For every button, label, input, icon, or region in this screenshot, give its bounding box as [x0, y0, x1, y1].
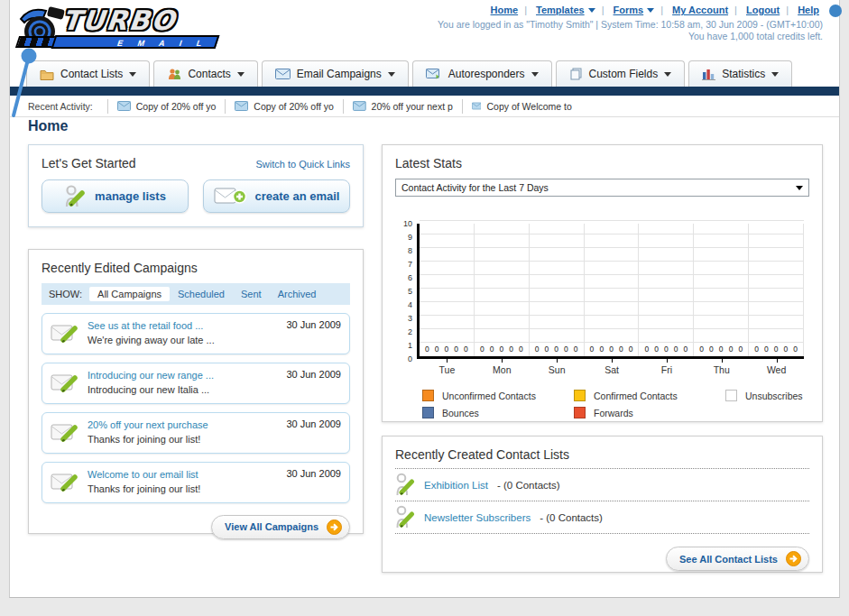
view-all-campaigns-button[interactable]: View All Campaigns: [211, 515, 350, 539]
custom-fields-icon: [569, 68, 583, 80]
campaign-row[interactable]: See us at the retail food ...We're givin…: [42, 313, 350, 354]
campaign-title-link[interactable]: Introducing our new range ...: [88, 369, 214, 383]
contact-list-item[interactable]: Newsletter Subscribers - (0 Contacts): [395, 501, 809, 534]
nav-link-forms[interactable]: Forms: [610, 5, 659, 15]
manage-lists-button[interactable]: manage lists: [42, 179, 189, 213]
nav-link-help[interactable]: Help: [794, 5, 823, 15]
switch-quick-links-link[interactable]: Switch to Quick Links: [255, 159, 350, 170]
recent-activity-item[interactable]: 20% off your next p: [343, 99, 462, 114]
data-value-label: 0: [619, 345, 623, 354]
recently-edited-campaigns-panel: Recently Edited Campaigns SHOW: All Camp…: [28, 249, 364, 534]
legend-swatch: [574, 407, 586, 418]
data-value-label: 0: [554, 345, 558, 354]
navy-divider-bar: [10, 87, 839, 96]
recent-activity-item[interactable]: Copy of 20% off yo: [225, 99, 343, 114]
x-tick-label: Sat: [585, 359, 640, 375]
stats-period-select[interactable]: Contact Activity for the Last 7 Days: [395, 179, 809, 197]
campaign-row[interactable]: Introducing our new range ...Introducing…: [42, 363, 350, 404]
nav-separator: |: [732, 5, 740, 15]
tab-label: Statistics: [722, 68, 765, 80]
data-value-label: 0: [793, 345, 798, 354]
app-window: TURBO E M A I L Home| Templates| Forms| …: [9, 0, 840, 598]
contact-list-count: - (0 Contacts): [540, 512, 603, 523]
chart-y-axis: 012345678910: [395, 224, 417, 359]
chevron-down-icon: [388, 72, 395, 77]
arrow-circle-icon: [327, 519, 342, 535]
campaign-title-link[interactable]: Welcome to our email list: [88, 468, 200, 483]
turbo-email-logo: TURBO E M A I L: [15, 3, 232, 53]
tab-label: Custom Fields: [589, 68, 659, 80]
campaign-subtitle: We're giving away our late ...: [88, 334, 215, 348]
envelope-pencil-icon: [51, 421, 79, 445]
campaign-date: 30 Jun 2009: [286, 468, 341, 479]
chart-day-group: 00000: [639, 224, 694, 356]
campaign-date: 30 Jun 2009: [286, 319, 341, 330]
envelope-pencil-icon: [51, 372, 79, 395]
data-value-label: 0: [609, 345, 614, 354]
data-value-label: 0: [684, 345, 688, 354]
statistics-icon: [702, 69, 715, 80]
contact-lists-panel-title: Recently Created Contact Lists: [395, 447, 809, 469]
data-value-label: 0: [674, 345, 678, 354]
campaign-subtitle: Thanks for joining our list!: [88, 483, 200, 497]
envelope-icon: [472, 101, 482, 111]
legend-item: Bounces: [422, 407, 574, 418]
recent-activity-item[interactable]: Copy of 20% off yo: [107, 99, 226, 114]
envelope-icon: [353, 101, 366, 111]
data-value-label: 0: [564, 345, 568, 354]
campaign-row[interactable]: Welcome to our email listThanks for join…: [42, 462, 350, 503]
campaign-title-link[interactable]: 20% off your next purchase: [88, 418, 208, 433]
person-pencil-icon: [395, 473, 415, 497]
data-value-label: 0: [699, 345, 704, 354]
chart-legend: Unconfirmed ContactsConfirmed ContactsUn…: [422, 390, 809, 418]
header: TURBO E M A I L Home| Templates| Forms| …: [10, 0, 839, 56]
tab-email-campaigns[interactable]: Email Campaigns: [262, 60, 409, 87]
campaign-row[interactable]: 20% off your next purchaseThanks for joi…: [42, 412, 350, 454]
campaign-date: 30 Jun 2009: [286, 418, 341, 429]
legend-swatch: [422, 407, 434, 418]
get-started-panel: Let's Get Started Switch to Quick Links …: [28, 144, 364, 227]
contact-list-item[interactable]: Exhibition List - (0 Contacts): [395, 469, 809, 501]
filter-scheduled[interactable]: Scheduled: [170, 287, 233, 301]
data-value-label: 0: [535, 345, 540, 354]
y-tick-label: 2: [408, 327, 412, 336]
legend-swatch: [574, 390, 586, 401]
create-email-button[interactable]: create an email: [203, 179, 350, 213]
recent-activity-bar: Recent Activity: Copy of 20% off yo Copy…: [10, 96, 839, 117]
gridline: [420, 220, 804, 221]
see-all-contact-lists-button[interactable]: See All Contact Lists: [666, 547, 809, 571]
chevron-down-icon: [647, 8, 654, 13]
recently-created-contact-lists-panel: Recently Created Contact Lists Exhibitio…: [382, 436, 823, 573]
x-tick-label: Mon: [475, 359, 530, 375]
tab-contacts[interactable]: Contacts: [153, 60, 257, 87]
filter-all-campaigns[interactable]: All Campaigns: [89, 287, 170, 301]
nav-separator: |: [658, 5, 666, 15]
legend-swatch: [422, 390, 434, 401]
logo-title: TURBO: [60, 5, 178, 36]
filter-archived[interactable]: Archived: [270, 287, 325, 301]
nav-link-home[interactable]: Home: [487, 5, 522, 15]
data-value-label: 0: [480, 345, 484, 354]
nav-link-my-account[interactable]: My Account: [669, 5, 732, 15]
chevron-down-icon: [796, 186, 803, 190]
tab-statistics[interactable]: Statistics: [688, 60, 792, 87]
filter-sent[interactable]: Sent: [233, 287, 270, 301]
latest-stats-panel: Latest Stats Contact Activity for the La…: [382, 144, 823, 422]
x-tick-label: Thu: [694, 359, 749, 375]
nav-link-logout[interactable]: Logout: [743, 5, 783, 15]
nav-separator: |: [521, 5, 530, 15]
campaign-subtitle: Introducing our new Italia ...: [88, 383, 214, 398]
tick-mark: [447, 359, 448, 363]
recent-activity-item[interactable]: Copy of Welcome to: [462, 99, 581, 114]
campaign-title-link[interactable]: See us at the retail food ...: [88, 319, 215, 334]
person-pencil-icon: [64, 185, 86, 208]
page-title: Home: [28, 118, 68, 134]
nav-link-templates[interactable]: Templates: [532, 5, 599, 15]
tab-custom-fields[interactable]: Custom Fields: [556, 60, 686, 87]
data-value-label: 0: [774, 345, 779, 354]
contact-list-link[interactable]: Exhibition List: [424, 480, 488, 491]
tab-autoresponders[interactable]: Autoresponders: [412, 60, 552, 87]
show-label: SHOW:: [49, 289, 82, 299]
contact-list-link[interactable]: Newsletter Subscribers: [424, 512, 531, 523]
tab-contact-lists[interactable]: Contact Lists: [26, 60, 150, 87]
